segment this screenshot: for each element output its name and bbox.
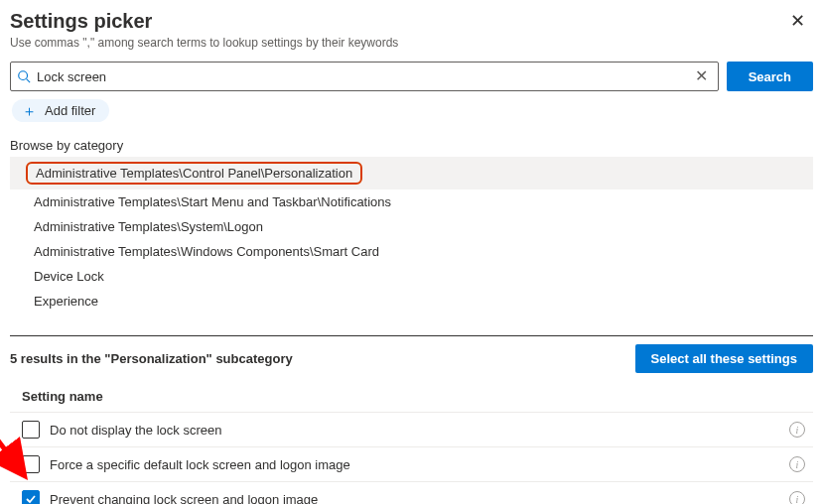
search-button[interactable]: Search <box>727 62 813 91</box>
close-button[interactable]: ✕ <box>782 8 813 34</box>
category-list: Administrative Templates\Control Panel\P… <box>10 157 813 314</box>
search-field-wrapper[interactable]: ✕ <box>10 62 719 91</box>
setting-checkbox[interactable] <box>22 421 40 439</box>
results-summary: 5 results in the "Personalization" subca… <box>10 351 293 366</box>
panel-subtitle: Use commas "," among search terms to loo… <box>10 36 398 50</box>
category-label: Experience <box>34 294 98 309</box>
setting-checkbox[interactable] <box>22 455 40 473</box>
plus-icon: ＋ <box>22 103 37 118</box>
category-label: Administrative Templates\System\Logon <box>34 219 263 234</box>
category-label: Administrative Templates\Start Menu and … <box>34 194 391 209</box>
clear-search-button[interactable]: ✕ <box>691 68 712 84</box>
svg-point-0 <box>19 71 28 80</box>
select-all-button[interactable]: Select all these settings <box>635 344 813 373</box>
category-item-logon[interactable]: Administrative Templates\System\Logon <box>10 214 813 239</box>
search-input[interactable] <box>37 69 691 84</box>
setting-row[interactable]: Force a specific default lock screen and… <box>10 447 813 482</box>
category-item-device-lock[interactable]: Device Lock <box>10 264 813 289</box>
category-item-personalization[interactable]: Administrative Templates\Control Panel\P… <box>10 157 813 189</box>
setting-row[interactable]: Do not display the lock screen i <box>10 413 813 447</box>
divider <box>10 335 813 336</box>
info-icon[interactable]: i <box>789 456 805 472</box>
category-item-smart-card[interactable]: Administrative Templates\Windows Compone… <box>10 239 813 264</box>
setting-label: Prevent changing lock screen and logon i… <box>50 492 779 505</box>
setting-checkbox[interactable] <box>22 490 40 504</box>
panel-title: Settings picker <box>10 8 398 34</box>
browse-by-category-label: Browse by category <box>10 138 813 153</box>
search-icon <box>17 69 31 83</box>
column-header-setting-name: Setting name <box>10 383 813 413</box>
clear-icon: ✕ <box>695 67 708 84</box>
info-icon[interactable]: i <box>789 422 805 438</box>
category-label: Administrative Templates\Windows Compone… <box>34 244 379 259</box>
setting-label: Do not display the lock screen <box>50 423 779 438</box>
category-label: Administrative Templates\Control Panel\P… <box>36 166 352 181</box>
close-icon: ✕ <box>790 11 805 31</box>
setting-row[interactable]: Prevent changing lock screen and logon i… <box>10 482 813 504</box>
add-filter-button[interactable]: ＋ Add filter <box>12 99 109 122</box>
svg-line-1 <box>27 79 31 83</box>
category-item-notifications[interactable]: Administrative Templates\Start Menu and … <box>10 189 813 214</box>
category-item-experience[interactable]: Experience <box>10 289 813 314</box>
setting-label: Force a specific default lock screen and… <box>50 457 779 472</box>
category-label: Device Lock <box>34 269 104 284</box>
highlight-annotation: Administrative Templates\Control Panel\P… <box>26 162 362 185</box>
info-icon[interactable]: i <box>789 491 805 504</box>
add-filter-label: Add filter <box>45 103 95 118</box>
